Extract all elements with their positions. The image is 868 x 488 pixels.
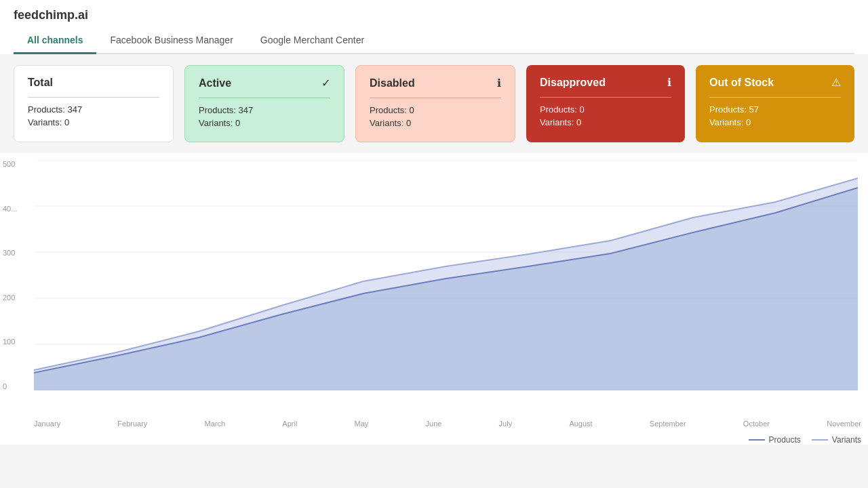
card-outofstock-header: Out of Stock ⚠ bbox=[709, 76, 841, 89]
info-icon: ℹ bbox=[497, 77, 501, 89]
card-disapproved-title: Disapproved bbox=[540, 77, 606, 89]
x-label-apr: April bbox=[282, 420, 297, 428]
app-logo: feedchimp.ai bbox=[14, 8, 854, 28]
tab-all-channels[interactable]: All channels bbox=[14, 28, 96, 54]
card-total-title: Total bbox=[28, 77, 53, 89]
x-label-jun: June bbox=[426, 420, 442, 428]
x-label-mar: March bbox=[205, 420, 226, 428]
tab-google[interactable]: Google Merchant Center bbox=[247, 28, 378, 54]
card-disabled: Disabled ℹ Products: 0 Variants: 0 bbox=[355, 65, 515, 142]
legend-products-line bbox=[749, 439, 765, 441]
card-outofstock-title: Out of Stock bbox=[709, 77, 774, 89]
card-disapproved-variants: Variants: 0 bbox=[540, 117, 671, 127]
legend-products-label: Products bbox=[769, 435, 801, 445]
card-active-header: Active ✓ bbox=[199, 77, 330, 89]
legend-variants-line bbox=[812, 439, 828, 441]
card-active-variants: Variants: 0 bbox=[199, 118, 330, 128]
card-total-products: Products: 347 bbox=[28, 104, 159, 115]
card-total: Total Products: 347 Variants: 0 bbox=[14, 65, 174, 142]
x-label-aug: August bbox=[569, 420, 592, 428]
card-disabled-header: Disabled ℹ bbox=[370, 77, 501, 89]
header: feedchimp.ai All channels Facebook Busin… bbox=[0, 0, 868, 54]
card-outofstock-products: Products: 57 bbox=[709, 104, 841, 115]
card-total-header: Total bbox=[28, 77, 159, 89]
x-labels: January February March April May June Ju… bbox=[34, 420, 861, 428]
legend-variants-item: Variants bbox=[812, 435, 861, 445]
x-label-feb: February bbox=[117, 420, 147, 428]
x-label-jan: January bbox=[34, 420, 60, 428]
card-total-variants: Variants: 0 bbox=[28, 117, 159, 127]
tabs-nav: All channels Facebook Business Manager G… bbox=[14, 28, 854, 54]
legend-variants-label: Variants bbox=[832, 435, 861, 445]
card-disabled-variants: Variants: 0 bbox=[370, 118, 501, 128]
x-label-oct: October bbox=[743, 420, 770, 428]
card-active-title: Active bbox=[199, 77, 231, 89]
chart-legend: Products Variants bbox=[749, 435, 862, 445]
disapproved-icon: ℹ bbox=[667, 76, 671, 89]
warning-icon: ⚠ bbox=[831, 76, 841, 89]
card-disapproved-header: Disapproved ℹ bbox=[540, 76, 671, 89]
legend-products-item: Products bbox=[749, 435, 801, 445]
card-active-products: Products: 347 bbox=[199, 105, 330, 115]
y-label-100: 100 bbox=[3, 338, 33, 346]
cards-row: Total Products: 347 Variants: 0 Active ✓… bbox=[0, 54, 868, 153]
card-outofstock: Out of Stock ⚠ Products: 57 Variants: 0 bbox=[696, 65, 854, 142]
chart-container: 0 100 200 300 40... 500 January February… bbox=[0, 153, 868, 445]
card-outofstock-variants: Variants: 0 bbox=[709, 117, 841, 127]
tab-facebook[interactable]: Facebook Business Manager bbox=[96, 28, 246, 54]
card-disapproved-products: Products: 0 bbox=[540, 104, 671, 115]
y-label-400: 40... bbox=[3, 205, 33, 213]
x-label-nov: November bbox=[827, 420, 861, 428]
card-disapproved: Disapproved ℹ Products: 0 Variants: 0 bbox=[526, 65, 685, 142]
x-label-may: May bbox=[355, 420, 369, 428]
y-label-300: 300 bbox=[3, 249, 33, 257]
y-label-200: 200 bbox=[3, 293, 33, 302]
check-icon: ✓ bbox=[321, 77, 330, 89]
y-label-0: 0 bbox=[3, 382, 33, 390]
card-disabled-title: Disabled bbox=[370, 77, 415, 89]
chart-svg bbox=[34, 160, 858, 390]
x-label-sep: September bbox=[650, 420, 686, 428]
y-label-500: 500 bbox=[3, 160, 33, 168]
card-disabled-products: Products: 0 bbox=[370, 105, 501, 115]
x-label-jul: July bbox=[499, 420, 513, 428]
card-active: Active ✓ Products: 347 Variants: 0 bbox=[184, 65, 344, 142]
